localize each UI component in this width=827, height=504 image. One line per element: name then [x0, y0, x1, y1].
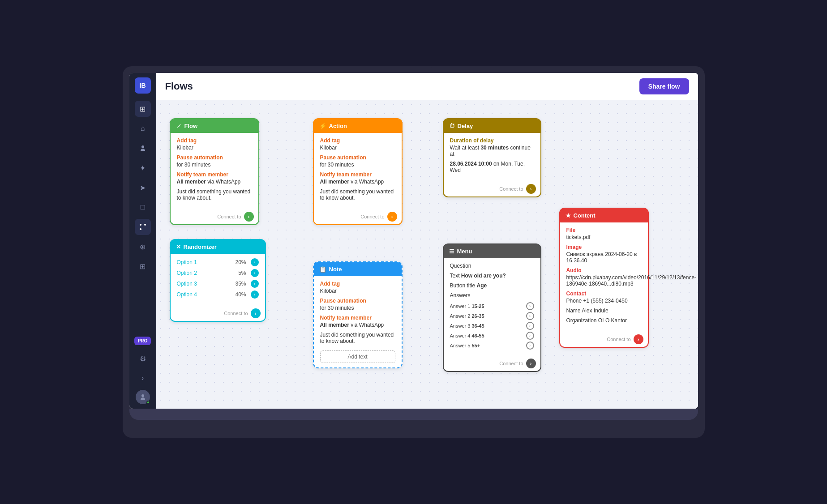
main-content: Flows Share flow ⟋ Flow Add tag [156, 73, 698, 409]
avatar[interactable] [136, 390, 150, 404]
note-add-tag-title: Add tag [320, 281, 395, 287]
menu-question-text: Text How old are you? [450, 273, 534, 279]
action-connect-btn[interactable]: › [387, 212, 397, 222]
flow-pause-title: Pause automation [177, 154, 252, 161]
menu-answer-5-btn[interactable]: › [526, 342, 534, 350]
randomizer-option-3-label: Option 3 [177, 281, 197, 287]
app-logo: IB [135, 77, 151, 94]
note-node-body: Add tag Kilobar Pause automation for 30 … [314, 276, 402, 367]
sidebar-icon-flows[interactable] [135, 219, 151, 235]
delay-node-label: Delay [458, 123, 473, 129]
sidebar-icon-pages[interactable]: ⊞ [135, 101, 151, 117]
action-connect-to[interactable]: Connect to › [314, 209, 402, 224]
content-connect-label: Connect to [607, 337, 630, 342]
note-notify-value2: Just did something you wanted to know ab… [320, 332, 395, 344]
content-contact-name: Name Alex Indule [566, 308, 642, 314]
content-node: ★ Content File tickets.pdf Image Снимок … [559, 208, 649, 348]
menu-answer-5-text: Answer 5 55+ [450, 343, 480, 348]
collapse-icon[interactable]: › [135, 370, 151, 386]
flow-connect-btn[interactable]: › [244, 212, 254, 222]
flow-node-label: Flow [184, 123, 198, 129]
settings-icon[interactable]: ⚙ [135, 350, 151, 367]
content-node-icon: ★ [566, 212, 571, 219]
delay-section-title: Duration of delay [450, 137, 534, 144]
sidebar-icon-grid[interactable]: ⊞ [135, 258, 151, 274]
content-audio-value: https://cdn.pixabay.com/video/2016/11/29… [566, 274, 642, 287]
sidebar-icon-nodes[interactable]: ⊕ [135, 239, 151, 255]
delay-node-icon: ⏱ [449, 123, 455, 129]
note-pause-title: Pause automation [320, 298, 395, 304]
action-add-tag-value: Kilobar [320, 145, 395, 151]
menu-answer-3: Answer 3 36-45 › [450, 322, 534, 330]
randomizer-option-4-pct: 40% [235, 291, 246, 298]
flow-add-tag-title: Add tag [177, 137, 252, 144]
menu-answer-2: Answer 2 26-35 › [450, 312, 534, 320]
randomizer-option-2: Option 2 5% › [177, 269, 259, 277]
note-add-text-button[interactable]: Add text [320, 350, 395, 363]
menu-connect-btn[interactable]: › [526, 359, 536, 368]
randomizer-option-1-btn[interactable]: › [251, 258, 259, 266]
sidebar-icon-contacts[interactable] [135, 140, 151, 156]
sidebar-icon-home[interactable]: ⌂ [135, 120, 151, 137]
canvas-inner: ⟋ Flow Add tag Kilobar Pause automation … [165, 109, 658, 409]
note-node: 📋 Note Add tag Kilobar Pause automation … [313, 261, 403, 368]
randomizer-option-3-btn[interactable]: › [251, 280, 259, 288]
note-node-label: Note [329, 266, 342, 273]
flow-pause-value: for 30 minutes [177, 162, 252, 168]
svg-point-2 [140, 228, 141, 230]
flow-node-icon: ⟋ [176, 123, 182, 129]
menu-connect-label: Connect to [499, 361, 523, 366]
sidebar-icon-chat[interactable]: □ [135, 199, 151, 215]
content-connect-btn[interactable]: › [634, 334, 643, 344]
delay-node-header: ⏱ Delay [444, 119, 540, 133]
menu-connect-to[interactable]: Connect to › [444, 356, 540, 371]
menu-answers-label: Answers [450, 292, 534, 299]
share-flow-button[interactable]: Share flow [639, 78, 689, 94]
sidebar-icon-send[interactable]: ➤ [135, 179, 151, 196]
note-notify-value1: All member via WhatsApp [320, 322, 395, 328]
action-node-header: ⚡ Action [314, 119, 402, 133]
laptop-bottom [129, 409, 698, 420]
randomizer-node-body: Option 1 20% › Option 2 5% [171, 254, 265, 306]
randomizer-option-3-pct: 35% [235, 281, 246, 287]
note-node-icon: 📋 [319, 266, 326, 273]
randomizer-connect-label: Connect to [224, 311, 248, 316]
randomizer-connect-btn[interactable]: › [251, 308, 261, 318]
delay-connect-to[interactable]: Connect to › [444, 181, 540, 196]
action-add-tag-title: Add tag [320, 137, 395, 144]
action-node-body: Add tag Kilobar Pause automation for 30 … [314, 133, 402, 209]
randomizer-node-header: ✕ Randomizer [171, 240, 265, 254]
randomizer-node-icon: ✕ [176, 243, 181, 250]
menu-button-title: Button title Age [450, 282, 534, 289]
randomizer-option-4-label: Option 4 [177, 291, 197, 298]
menu-answer-4-btn[interactable]: › [526, 332, 534, 340]
menu-answer-3-text: Answer 3 36-45 [450, 323, 484, 329]
randomizer-connect-to[interactable]: Connect to › [171, 306, 265, 321]
flow-connect-to[interactable]: Connect to › [171, 209, 258, 224]
menu-node-body: Question Text How old are you? Button ti… [444, 258, 540, 356]
randomizer-option-2-btn[interactable]: › [251, 269, 259, 277]
randomizer-option-4-btn[interactable]: › [251, 290, 259, 299]
randomizer-option-1-pct: 20% [235, 259, 246, 265]
page-title: Flows [165, 81, 193, 92]
menu-answer-1-btn[interactable]: › [526, 302, 534, 310]
content-connect-to[interactable]: Connect to › [560, 332, 648, 347]
note-node-header: 📋 Note [314, 262, 402, 276]
content-file-value: tickets.pdf [566, 234, 642, 240]
sidebar-icon-integrations[interactable]: ✦ [135, 160, 151, 176]
menu-answer-1: Answer 1 15-25 › [450, 302, 534, 310]
note-notify-title: Notify team member [320, 315, 395, 321]
menu-answer-2-btn[interactable]: › [526, 312, 534, 320]
canvas[interactable]: ⟋ Flow Add tag Kilobar Pause automation … [156, 100, 698, 409]
flow-notify-value1: All member via WhatsApp [177, 179, 252, 185]
flow-node-header: ⟋ Flow [171, 119, 258, 133]
delay-connect-btn[interactable]: › [526, 184, 536, 194]
randomizer-option-2-pct: 5% [238, 270, 246, 276]
flow-node-body: Add tag Kilobar Pause automation for 30 … [171, 133, 258, 209]
randomizer-node-label: Randomizer [184, 243, 217, 250]
note-add-tag-value: Kilobar [320, 288, 395, 294]
action-node-icon: ⚡ [319, 123, 326, 129]
menu-node: ☰ Menu Question Text How old are you? Bu… [443, 243, 541, 372]
menu-answer-3-btn[interactable]: › [526, 322, 534, 330]
menu-node-label: Menu [457, 248, 472, 255]
